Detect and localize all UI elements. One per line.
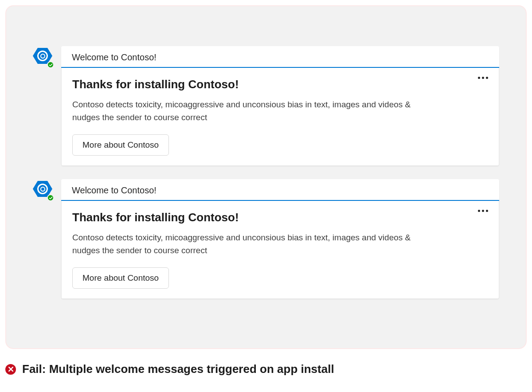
verdict-row: Fail: Multiple welcome messages triggere…: [0, 354, 532, 376]
card-description: Contoso detects toxicity, micoaggressive…: [72, 231, 436, 257]
card-body: Thanks for installing Contoso! Contoso d…: [61, 68, 499, 166]
fail-icon: [5, 364, 16, 375]
presence-available-icon: [47, 194, 54, 201]
card-header: Welcome to Contoso!: [61, 46, 499, 68]
more-about-button[interactable]: More about Contoso: [72, 134, 169, 156]
card-title: Thanks for installing Contoso!: [72, 211, 488, 224]
card-header: Welcome to Contoso!: [61, 179, 499, 201]
more-about-button[interactable]: More about Contoso: [72, 267, 169, 289]
more-options-icon[interactable]: [478, 210, 488, 212]
card-description: Contoso detects toxicity, micoaggressive…: [72, 98, 436, 124]
bot-avatar: [33, 47, 53, 67]
presence-available-icon: [47, 61, 54, 68]
verdict-text: Fail: Multiple welcome messages triggere…: [22, 362, 334, 376]
card-body: Thanks for installing Contoso! Contoso d…: [61, 201, 499, 299]
adaptive-card: Welcome to Contoso! Thanks for installin…: [61, 46, 499, 166]
bot-avatar: [33, 180, 53, 200]
more-options-icon[interactable]: [478, 77, 488, 79]
message-row: Welcome to Contoso! Thanks for installin…: [33, 179, 499, 299]
message-row: Welcome to Contoso! Thanks for installin…: [33, 46, 499, 166]
card-title: Thanks for installing Contoso!: [72, 78, 488, 91]
adaptive-card: Welcome to Contoso! Thanks for installin…: [61, 179, 499, 299]
example-frame: Welcome to Contoso! Thanks for installin…: [5, 5, 527, 349]
